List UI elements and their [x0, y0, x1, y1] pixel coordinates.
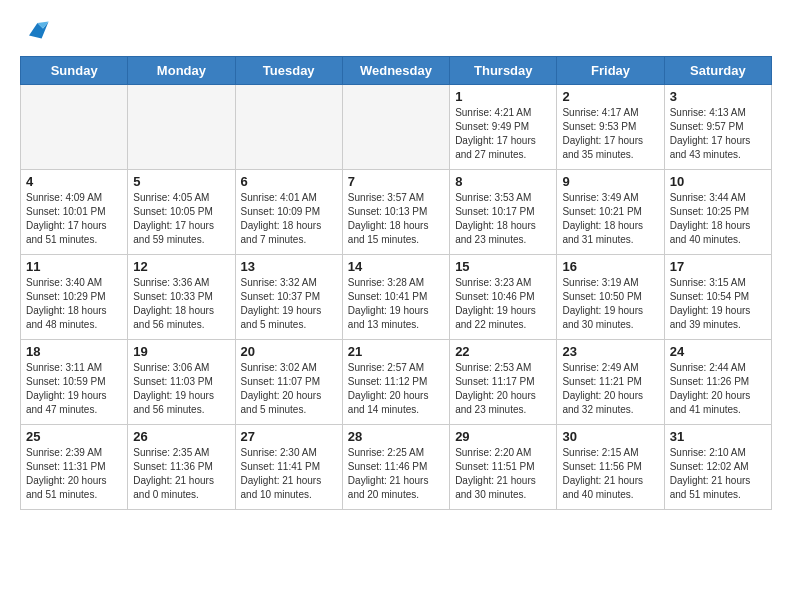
calendar-cell: 3Sunrise: 4:13 AM Sunset: 9:57 PM Daylig… — [664, 85, 771, 170]
day-info: Sunrise: 3:40 AM Sunset: 10:29 PM Daylig… — [26, 276, 122, 332]
day-info: Sunrise: 4:09 AM Sunset: 10:01 PM Daylig… — [26, 191, 122, 247]
calendar-cell: 29Sunrise: 2:20 AM Sunset: 11:51 PM Dayl… — [450, 425, 557, 510]
day-info: Sunrise: 3:11 AM Sunset: 10:59 PM Daylig… — [26, 361, 122, 417]
day-info: Sunrise: 2:44 AM Sunset: 11:26 PM Daylig… — [670, 361, 766, 417]
weekday-header-tuesday: Tuesday — [235, 57, 342, 85]
day-info: Sunrise: 2:15 AM Sunset: 11:56 PM Daylig… — [562, 446, 658, 502]
calendar-cell: 28Sunrise: 2:25 AM Sunset: 11:46 PM Dayl… — [342, 425, 449, 510]
calendar-cell: 9Sunrise: 3:49 AM Sunset: 10:21 PM Dayli… — [557, 170, 664, 255]
day-info: Sunrise: 2:39 AM Sunset: 11:31 PM Daylig… — [26, 446, 122, 502]
day-number: 20 — [241, 344, 337, 359]
day-number: 8 — [455, 174, 551, 189]
calendar-cell: 18Sunrise: 3:11 AM Sunset: 10:59 PM Dayl… — [21, 340, 128, 425]
weekday-header-wednesday: Wednesday — [342, 57, 449, 85]
calendar-table: SundayMondayTuesdayWednesdayThursdayFrid… — [20, 56, 772, 510]
logo — [20, 16, 50, 44]
calendar-cell: 19Sunrise: 3:06 AM Sunset: 11:03 PM Dayl… — [128, 340, 235, 425]
day-number: 17 — [670, 259, 766, 274]
day-info: Sunrise: 2:20 AM Sunset: 11:51 PM Daylig… — [455, 446, 551, 502]
day-number: 19 — [133, 344, 229, 359]
calendar-cell: 12Sunrise: 3:36 AM Sunset: 10:33 PM Dayl… — [128, 255, 235, 340]
day-info: Sunrise: 2:53 AM Sunset: 11:17 PM Daylig… — [455, 361, 551, 417]
calendar-cell — [235, 85, 342, 170]
calendar-cell: 30Sunrise: 2:15 AM Sunset: 11:56 PM Dayl… — [557, 425, 664, 510]
calendar-cell: 4Sunrise: 4:09 AM Sunset: 10:01 PM Dayli… — [21, 170, 128, 255]
day-info: Sunrise: 3:06 AM Sunset: 11:03 PM Daylig… — [133, 361, 229, 417]
day-info: Sunrise: 3:32 AM Sunset: 10:37 PM Daylig… — [241, 276, 337, 332]
calendar-cell — [342, 85, 449, 170]
calendar-cell: 27Sunrise: 2:30 AM Sunset: 11:41 PM Dayl… — [235, 425, 342, 510]
day-number: 10 — [670, 174, 766, 189]
day-number: 13 — [241, 259, 337, 274]
day-number: 18 — [26, 344, 122, 359]
day-info: Sunrise: 3:23 AM Sunset: 10:46 PM Daylig… — [455, 276, 551, 332]
week-row-4: 18Sunrise: 3:11 AM Sunset: 10:59 PM Dayl… — [21, 340, 772, 425]
day-info: Sunrise: 2:30 AM Sunset: 11:41 PM Daylig… — [241, 446, 337, 502]
day-info: Sunrise: 3:19 AM Sunset: 10:50 PM Daylig… — [562, 276, 658, 332]
weekday-header-saturday: Saturday — [664, 57, 771, 85]
day-info: Sunrise: 4:21 AM Sunset: 9:49 PM Dayligh… — [455, 106, 551, 162]
calendar-cell: 15Sunrise: 3:23 AM Sunset: 10:46 PM Dayl… — [450, 255, 557, 340]
weekday-header-friday: Friday — [557, 57, 664, 85]
day-info: Sunrise: 3:15 AM Sunset: 10:54 PM Daylig… — [670, 276, 766, 332]
calendar-cell — [21, 85, 128, 170]
day-number: 31 — [670, 429, 766, 444]
calendar-cell: 25Sunrise: 2:39 AM Sunset: 11:31 PM Dayl… — [21, 425, 128, 510]
day-number: 27 — [241, 429, 337, 444]
day-info: Sunrise: 3:53 AM Sunset: 10:17 PM Daylig… — [455, 191, 551, 247]
weekday-header-monday: Monday — [128, 57, 235, 85]
day-info: Sunrise: 4:17 AM Sunset: 9:53 PM Dayligh… — [562, 106, 658, 162]
calendar-cell: 23Sunrise: 2:49 AM Sunset: 11:21 PM Dayl… — [557, 340, 664, 425]
calendar-cell: 21Sunrise: 2:57 AM Sunset: 11:12 PM Dayl… — [342, 340, 449, 425]
day-info: Sunrise: 2:35 AM Sunset: 11:36 PM Daylig… — [133, 446, 229, 502]
calendar-cell: 2Sunrise: 4:17 AM Sunset: 9:53 PM Daylig… — [557, 85, 664, 170]
calendar-cell: 20Sunrise: 3:02 AM Sunset: 11:07 PM Dayl… — [235, 340, 342, 425]
calendar-cell: 13Sunrise: 3:32 AM Sunset: 10:37 PM Dayl… — [235, 255, 342, 340]
day-info: Sunrise: 2:49 AM Sunset: 11:21 PM Daylig… — [562, 361, 658, 417]
day-number: 4 — [26, 174, 122, 189]
day-number: 16 — [562, 259, 658, 274]
calendar-cell: 31Sunrise: 2:10 AM Sunset: 12:02 AM Dayl… — [664, 425, 771, 510]
day-number: 25 — [26, 429, 122, 444]
day-number: 3 — [670, 89, 766, 104]
week-row-2: 4Sunrise: 4:09 AM Sunset: 10:01 PM Dayli… — [21, 170, 772, 255]
day-number: 15 — [455, 259, 551, 274]
page: SundayMondayTuesdayWednesdayThursdayFrid… — [0, 0, 792, 530]
logo-bird-icon — [22, 16, 50, 44]
calendar-cell: 16Sunrise: 3:19 AM Sunset: 10:50 PM Dayl… — [557, 255, 664, 340]
day-number: 22 — [455, 344, 551, 359]
weekday-header-sunday: Sunday — [21, 57, 128, 85]
day-info: Sunrise: 4:01 AM Sunset: 10:09 PM Daylig… — [241, 191, 337, 247]
day-number: 5 — [133, 174, 229, 189]
weekday-header-row: SundayMondayTuesdayWednesdayThursdayFrid… — [21, 57, 772, 85]
day-number: 24 — [670, 344, 766, 359]
day-info: Sunrise: 3:49 AM Sunset: 10:21 PM Daylig… — [562, 191, 658, 247]
day-number: 28 — [348, 429, 444, 444]
day-info: Sunrise: 2:10 AM Sunset: 12:02 AM Daylig… — [670, 446, 766, 502]
weekday-header-thursday: Thursday — [450, 57, 557, 85]
calendar-cell: 6Sunrise: 4:01 AM Sunset: 10:09 PM Dayli… — [235, 170, 342, 255]
day-info: Sunrise: 4:05 AM Sunset: 10:05 PM Daylig… — [133, 191, 229, 247]
header — [20, 16, 772, 44]
calendar-cell: 22Sunrise: 2:53 AM Sunset: 11:17 PM Dayl… — [450, 340, 557, 425]
day-info: Sunrise: 3:36 AM Sunset: 10:33 PM Daylig… — [133, 276, 229, 332]
day-number: 23 — [562, 344, 658, 359]
calendar-cell: 11Sunrise: 3:40 AM Sunset: 10:29 PM Dayl… — [21, 255, 128, 340]
calendar-cell: 17Sunrise: 3:15 AM Sunset: 10:54 PM Dayl… — [664, 255, 771, 340]
day-number: 11 — [26, 259, 122, 274]
calendar-cell: 7Sunrise: 3:57 AM Sunset: 10:13 PM Dayli… — [342, 170, 449, 255]
day-number: 9 — [562, 174, 658, 189]
week-row-1: 1Sunrise: 4:21 AM Sunset: 9:49 PM Daylig… — [21, 85, 772, 170]
calendar-cell: 14Sunrise: 3:28 AM Sunset: 10:41 PM Dayl… — [342, 255, 449, 340]
day-number: 2 — [562, 89, 658, 104]
day-number: 14 — [348, 259, 444, 274]
day-number: 29 — [455, 429, 551, 444]
calendar-cell: 1Sunrise: 4:21 AM Sunset: 9:49 PM Daylig… — [450, 85, 557, 170]
day-number: 6 — [241, 174, 337, 189]
calendar-cell: 10Sunrise: 3:44 AM Sunset: 10:25 PM Dayl… — [664, 170, 771, 255]
calendar-cell: 8Sunrise: 3:53 AM Sunset: 10:17 PM Dayli… — [450, 170, 557, 255]
day-number: 1 — [455, 89, 551, 104]
day-info: Sunrise: 3:28 AM Sunset: 10:41 PM Daylig… — [348, 276, 444, 332]
day-number: 12 — [133, 259, 229, 274]
day-number: 21 — [348, 344, 444, 359]
